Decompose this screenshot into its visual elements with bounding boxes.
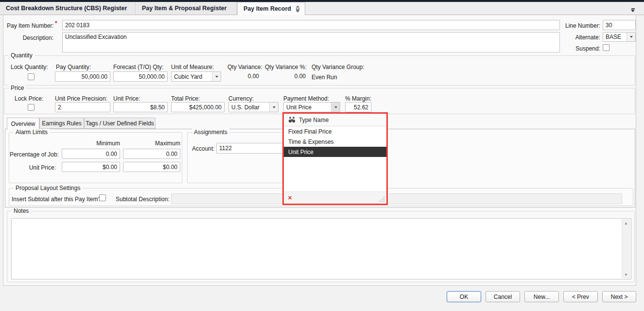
tab-label: Overview	[11, 121, 35, 127]
scroll-up-icon[interactable]: ▲	[622, 219, 630, 227]
tab-tags-user-defined-fields[interactable]: Tags / User Defined Fields	[84, 118, 156, 129]
tab-cbs-register[interactable]: Cost Breakdown Structure (CBS) Register	[0, 2, 136, 15]
payment-method-dropdown: Type Name Fixed Final Price Time & Expen…	[282, 112, 388, 205]
subtotal-description-input[interactable]	[171, 193, 622, 204]
tab-label: Pay Item Record	[244, 5, 291, 12]
currency-value: U.S. Dollar	[229, 104, 269, 111]
tab-pay-item-proposal-register[interactable]: Pay Item & Proposal Register	[136, 2, 237, 15]
next-button[interactable]: Next >	[602, 291, 636, 302]
ok-button[interactable]: OK	[447, 291, 481, 302]
forecast-qty-input[interactable]	[113, 71, 168, 82]
prev-button[interactable]: < Prev	[563, 291, 598, 302]
assignments-group-label: Assignments	[192, 129, 229, 136]
qty-variance-label: Qty Variance:	[227, 64, 262, 70]
description-input[interactable]: Unclassified Excavation	[62, 32, 560, 52]
tab-overview[interactable]: Overview	[7, 118, 39, 130]
unit-price-max-input[interactable]	[123, 162, 180, 172]
unit-price-alarm-label: Unit Price:	[10, 164, 56, 171]
total-price-label: Total Price:	[171, 95, 200, 102]
unit-price-input[interactable]	[113, 102, 168, 112]
close-icon[interactable]: ✕	[296, 6, 299, 12]
suspend-checkbox[interactable]	[603, 44, 609, 51]
unit-price-label: Unit Price:	[113, 95, 140, 102]
percentage-of-job-label: Percentage of Job:	[10, 151, 56, 158]
percentage-of-job-min-input[interactable]	[62, 149, 120, 159]
pay-quantity-input[interactable]	[55, 71, 110, 82]
payment-method-select[interactable]: Unit Price	[283, 102, 340, 112]
chevron-down-icon[interactable]	[331, 103, 340, 112]
margin-input[interactable]	[345, 102, 371, 112]
new-button[interactable]: New...	[524, 291, 559, 302]
tab-label: Tags / User Defined Fields	[86, 120, 154, 127]
unit-of-measure-select[interactable]: Cubic Yard	[171, 71, 221, 82]
qty-variance-group-value: Even Run	[312, 74, 337, 81]
lock-quantity-checkbox[interactable]	[28, 73, 35, 80]
qty-variance-group-label: Qty Variance Group:	[312, 64, 365, 70]
notes-group: Notes ▲ ▼	[7, 211, 635, 282]
proposal-layout-group-label: Proposal Layout Settings	[14, 185, 82, 191]
notes-input[interactable]: ▲ ▼	[11, 218, 631, 279]
tab-label: Cost Breakdown Structure (CBS) Register	[6, 5, 127, 12]
unit-price-min-input[interactable]	[62, 162, 120, 172]
chevron-down-icon[interactable]	[212, 72, 221, 81]
tab-pay-item-record[interactable]: Pay Item Record ✕	[237, 2, 305, 15]
currency-select[interactable]: U.S. Dollar	[228, 102, 278, 112]
document-tab-bar: Cost Breakdown Structure (CBS) Register …	[0, 2, 644, 15]
description-label: Description:	[7, 35, 53, 41]
payment-method-label: Payment Method:	[283, 95, 329, 102]
tab-label: Earnings Rules	[42, 120, 81, 127]
dropdown-footer: ✕	[284, 191, 386, 204]
currency-label: Currency:	[228, 95, 254, 102]
unit-of-measure-value: Cubic Yard	[172, 73, 212, 80]
pay-item-record-window: Cost Breakdown Structure (CBS) Register …	[0, 0, 644, 311]
option-time-and-expenses[interactable]: Time & Expenses	[284, 137, 386, 147]
dropdown-header: Type Name	[284, 114, 386, 126]
qty-variance-pct-value: 0.00	[265, 73, 306, 80]
pay-quantity-label: Pay Quantity:	[56, 64, 91, 70]
required-marker: *	[55, 20, 57, 27]
resize-grip[interactable]	[380, 197, 385, 202]
percentage-of-job-max-input[interactable]	[123, 149, 180, 159]
unit-of-measure-label: Unit of Measure:	[171, 64, 214, 70]
price-group-label: Price	[9, 85, 26, 91]
payment-method-value: Unit Price	[284, 104, 331, 111]
alternate-value: BASE	[603, 34, 627, 40]
tab-overflow-icon[interactable]	[631, 8, 635, 12]
line-number-input[interactable]	[603, 20, 636, 30]
binoculars-icon	[288, 117, 296, 123]
lock-price-label: Lock Price:	[15, 95, 43, 102]
lock-price-checkbox[interactable]	[28, 104, 35, 111]
option-fixed-final-price[interactable]: Fixed Final Price	[284, 126, 386, 137]
chevron-down-icon[interactable]	[627, 33, 635, 41]
tab-label: Pay Item & Proposal Register	[142, 5, 226, 12]
qty-variance-value: 0.00	[227, 73, 259, 80]
option-unit-price[interactable]: Unit Price	[284, 147, 386, 157]
suspend-label: Suspend:	[559, 45, 600, 52]
lock-quantity-label: Lock Quantity:	[11, 64, 48, 70]
alternate-select[interactable]: BASE	[603, 32, 636, 42]
notes-group-label: Notes	[12, 207, 31, 214]
line-number-label: Line Number:	[559, 22, 600, 29]
alternate-label: Alternate:	[559, 34, 600, 41]
forecast-qty-label: Forecast (T/O) Qty:	[113, 64, 163, 70]
quantity-group-label: Quantity	[9, 52, 35, 59]
margin-label: % Margin:	[345, 95, 371, 102]
insert-subtotal-label: Insert Subtotal after this Pay Item?	[12, 196, 101, 203]
qty-variance-pct-label: Qty Variance %:	[265, 64, 307, 70]
insert-subtotal-checkbox[interactable]	[99, 194, 106, 201]
notes-scrollbar[interactable]: ▲ ▼	[622, 219, 630, 278]
account-label: Account:	[192, 145, 215, 152]
scroll-down-icon[interactable]: ▼	[622, 271, 630, 278]
pay-item-number-label: Pay Item Number:	[7, 22, 53, 29]
unit-price-precision-label: Unit Price Precision:	[55, 95, 107, 102]
clear-filter-icon[interactable]: ✕	[288, 195, 292, 201]
unit-price-precision-input[interactable]	[55, 102, 110, 112]
total-price-input[interactable]	[171, 102, 225, 112]
minimum-header: Minimum	[64, 140, 120, 147]
dropdown-header-label: Type Name	[299, 117, 329, 123]
chevron-down-icon[interactable]	[269, 103, 278, 112]
pay-item-number-input[interactable]	[62, 20, 560, 30]
tab-earnings-rules[interactable]: Earnings Rules	[39, 118, 84, 129]
cancel-button[interactable]: Cancel	[486, 291, 520, 302]
maximum-header: Maximum	[124, 140, 180, 147]
